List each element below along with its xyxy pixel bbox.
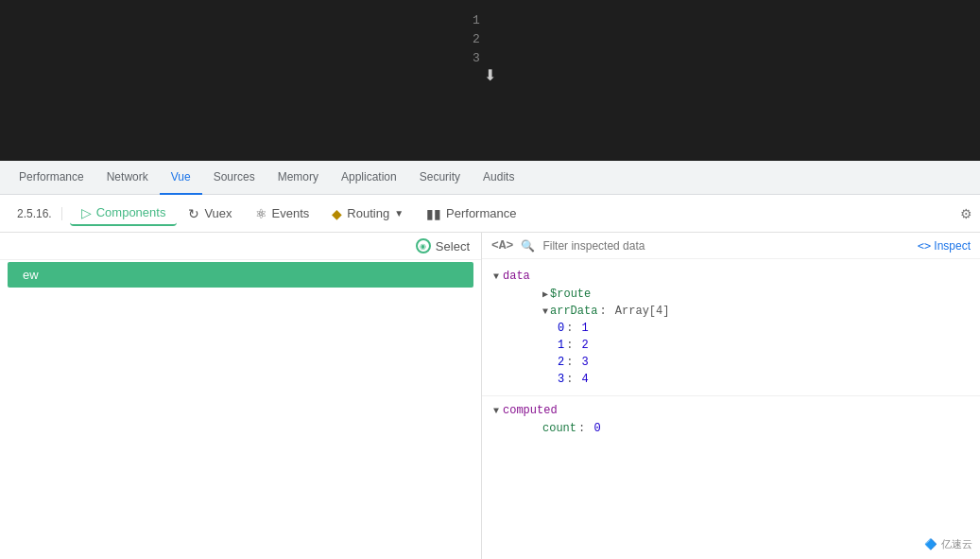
- arrdata-type: Array[4]: [615, 305, 670, 318]
- data-key: data: [503, 270, 530, 283]
- performance-icon: ▮▮: [426, 206, 441, 221]
- tab-sources[interactable]: Sources: [202, 161, 266, 195]
- logo-text: 亿速云: [941, 537, 972, 551]
- inspect-button[interactable]: <> Inspect: [918, 239, 971, 253]
- item-0-colon: :: [566, 322, 579, 335]
- array-item-1: 1 : 2: [482, 337, 980, 354]
- count-row: count : 0: [482, 420, 980, 437]
- devtools-tabbar: Performance Network Vue Sources Memory A…: [0, 161, 980, 195]
- right-toolbar: <A> 🔍 <> Inspect: [482, 233, 980, 259]
- vuex-btn[interactable]: ↻ Vuex: [177, 202, 243, 225]
- main-content: ◉ Select ew <A> 🔍 <> Inspect ▼ data ▶: [0, 233, 980, 559]
- item-0-index: 0: [558, 322, 564, 335]
- arrdata-row[interactable]: ▼ arrData : Array[4]: [482, 303, 980, 320]
- line-1: 1: [473, 11, 480, 30]
- events-icon: ⚛: [255, 206, 267, 221]
- count-key: count: [542, 422, 576, 435]
- array-item-3: 3 : 4: [482, 371, 980, 388]
- tab-memory[interactable]: Memory: [266, 161, 330, 195]
- arrdata-colon: :: [599, 305, 612, 318]
- count-colon: :: [578, 422, 592, 435]
- vue-toolbar: 2.5.16. ▷ Components ↻ Vuex ⚛ Events ◆ R…: [0, 195, 980, 233]
- array-item-0: 0 : 1: [482, 320, 980, 337]
- routing-icon: ◆: [332, 206, 342, 221]
- vuex-label: Vuex: [204, 206, 232, 220]
- components-icon: ▷: [81, 205, 92, 220]
- tab-application[interactable]: Application: [330, 161, 408, 195]
- array-item-2: 2 : 3: [482, 354, 980, 371]
- item-1-colon: :: [566, 339, 579, 352]
- arrdata-triangle-icon: ▼: [542, 306, 548, 317]
- components-btn[interactable]: ▷ Components: [70, 201, 178, 226]
- tag-button[interactable]: <A>: [491, 238, 513, 253]
- routing-btn[interactable]: ◆ Routing ▼: [320, 202, 415, 225]
- inspect-label: Inspect: [934, 239, 971, 253]
- routing-chevron-icon: ▼: [394, 208, 404, 218]
- route-row[interactable]: ▶ $route: [482, 286, 980, 303]
- component-list-item[interactable]: ew: [8, 262, 473, 288]
- cursor: ⬇: [484, 66, 496, 84]
- tab-performance[interactable]: Performance: [8, 161, 95, 195]
- toolbar-right: ⚙: [960, 206, 972, 221]
- logo-icon: 🔷: [924, 538, 937, 550]
- data-triangle-icon: ▼: [493, 271, 499, 282]
- line-3: 3: [473, 49, 480, 68]
- item-1-value: 2: [582, 339, 589, 352]
- select-label: Select: [436, 239, 470, 253]
- item-2-value: 3: [582, 356, 589, 369]
- item-3-value: 4: [582, 373, 589, 386]
- item-3-index: 3: [558, 373, 564, 386]
- right-panel: <A> 🔍 <> Inspect ▼ data ▶ $route ▼ arrD: [482, 233, 980, 559]
- tab-vue[interactable]: Vue: [160, 161, 202, 195]
- item-0-value: 1: [582, 322, 589, 335]
- vuex-icon: ↻: [188, 206, 199, 221]
- search-icon: 🔍: [521, 239, 535, 253]
- item-2-index: 2: [558, 356, 564, 369]
- item-3-colon: :: [566, 373, 579, 386]
- components-label: Components: [96, 205, 166, 219]
- left-panel: ◉ Select ew: [0, 233, 482, 559]
- computed-key: computed: [503, 404, 558, 417]
- tab-network[interactable]: Network: [95, 161, 160, 195]
- performance-label: Performance: [446, 206, 516, 220]
- settings-icon[interactable]: ⚙: [960, 206, 972, 221]
- tab-audits[interactable]: Audits: [472, 161, 525, 195]
- events-btn[interactable]: ⚛ Events: [244, 202, 321, 225]
- computed-section-header[interactable]: ▼ computed: [482, 395, 980, 420]
- select-circle-icon: ◉: [416, 238, 431, 253]
- vue-version: 2.5.16.: [8, 207, 62, 220]
- arrdata-key: arrData: [550, 305, 597, 318]
- select-bar: ◉ Select: [0, 233, 481, 260]
- computed-triangle-icon: ▼: [493, 406, 499, 416]
- tab-security[interactable]: Security: [408, 161, 472, 195]
- data-section-header[interactable]: ▼ data: [482, 267, 980, 286]
- events-label: Events: [272, 206, 310, 220]
- data-panel: ▼ data ▶ $route ▼ arrData : Array[4] 0 :…: [482, 259, 980, 445]
- routing-label: Routing: [347, 206, 389, 220]
- line-2: 2: [473, 30, 480, 49]
- filter-input[interactable]: [542, 239, 909, 253]
- item-1-index: 1: [558, 339, 564, 352]
- line-numbers: 1 2 3: [473, 9, 480, 68]
- logo-watermark: 🔷 亿速云: [924, 537, 972, 551]
- inspect-brackets-icon: <>: [918, 239, 931, 253]
- code-editor-area: 1 2 3 ⬇: [0, 0, 980, 161]
- performance-btn[interactable]: ▮▮ Performance: [415, 202, 527, 225]
- item-2-colon: :: [566, 356, 579, 369]
- count-value: 0: [593, 422, 600, 435]
- route-key: $route: [550, 288, 591, 301]
- select-button[interactable]: ◉ Select: [416, 238, 470, 253]
- route-triangle-icon: ▶: [542, 288, 548, 300]
